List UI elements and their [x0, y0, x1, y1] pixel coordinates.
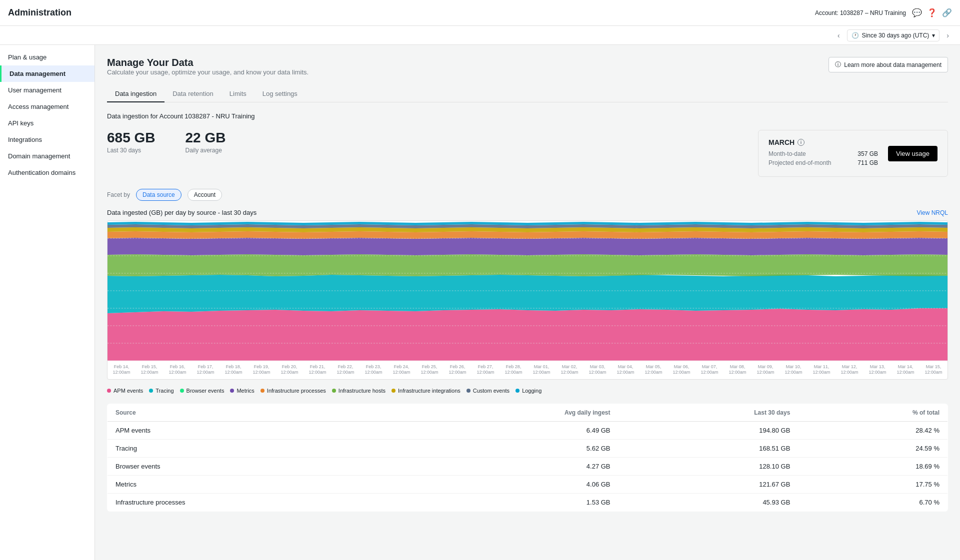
- legend-dot-metrics: [230, 389, 234, 393]
- sidebar-item-user-management[interactable]: User management: [0, 82, 94, 98]
- legend-label-logging: Logging: [522, 388, 542, 394]
- table-cell-pct: 17.75 %: [798, 475, 948, 493]
- x-axis-label: Feb 20, 12:00am: [276, 364, 304, 375]
- legend-item-infra-hosts: Infrastructure hosts: [332, 388, 386, 394]
- table-cell-last30: 168.51 GB: [618, 439, 798, 457]
- legend-item-metrics: Metrics: [230, 388, 254, 394]
- table-cell-avg_daily: 4.06 GB: [404, 475, 618, 493]
- top-bar: Administration Account: 1038287 – NRU Tr…: [0, 0, 960, 26]
- chevron-down-icon: ▾: [932, 32, 935, 39]
- svg-marker-0: [108, 308, 948, 361]
- x-axis-label: Mar 03, 12:00am: [584, 364, 612, 375]
- table-row: Infrastructure processes1.53 GB45.93 GB6…: [108, 493, 948, 511]
- stat-total-label: Last 30 days: [107, 147, 156, 154]
- time-selector[interactable]: 🕐 Since 30 days ago (UTC) ▾: [847, 29, 940, 41]
- tab-data-ingestion[interactable]: Data ingestion: [107, 86, 164, 102]
- table-row: Metrics4.06 GB121.67 GB17.75 %: [108, 475, 948, 493]
- sidebar-item-domain-management[interactable]: Domain management: [0, 148, 94, 164]
- legend-label-apm: APM events: [114, 388, 143, 394]
- stat-daily-label: Daily average: [186, 147, 226, 154]
- table-row: Tracing5.62 GB168.51 GB24.59 %: [108, 439, 948, 457]
- svg-marker-3: [108, 238, 948, 255]
- svg-marker-4: [108, 231, 948, 239]
- table-cell-last30: 194.80 GB: [618, 421, 798, 439]
- legend-label-infra-processes: Infrastructure processes: [267, 388, 326, 394]
- table-cell-source: Infrastructure processes: [108, 493, 405, 511]
- time-next[interactable]: ›: [944, 30, 952, 40]
- table-cell-pct: 18.69 %: [798, 457, 948, 475]
- x-axis-label: Mar 12, 12:00am: [836, 364, 864, 375]
- tab-limits[interactable]: Limits: [222, 86, 254, 102]
- x-axis-label: Mar 08, 12:00am: [724, 364, 752, 375]
- legend-label-browser: Browser events: [186, 388, 224, 394]
- time-prev[interactable]: ‹: [834, 30, 843, 40]
- legend-item-custom-events: Custom events: [466, 388, 510, 394]
- sidebar-item-api-keys[interactable]: API keys: [0, 115, 94, 131]
- march-info-icon[interactable]: i: [798, 139, 804, 146]
- facet-data-source[interactable]: Data source: [136, 189, 182, 201]
- stat-total-value: 685 GB: [107, 130, 156, 146]
- chart-legend: APM eventsTracingBrowser eventsMetricsIn…: [107, 386, 948, 396]
- legend-dot-infra-processes: [260, 389, 264, 393]
- x-axis-label: Feb 27, 12:00am: [472, 364, 500, 375]
- page-title: Manage Your Data: [107, 57, 308, 68]
- info-circle-icon: ⓘ: [835, 60, 841, 69]
- view-usage-button[interactable]: View usage: [888, 146, 938, 161]
- sidebar-item-plan-usage[interactable]: Plan & usage: [0, 49, 94, 65]
- facet-label: Facet by: [107, 191, 130, 198]
- x-axis-label: Feb 17, 12:00am: [192, 364, 220, 375]
- x-axis-label: Feb 24, 12:00am: [388, 364, 416, 375]
- help-icon[interactable]: ❓: [927, 8, 937, 17]
- x-axis-label: Mar 14, 12:00am: [892, 364, 920, 375]
- chart-container: Feb 14, 12:00amFeb 15, 12:00amFeb 16, 12…: [107, 220, 948, 380]
- chat-icon[interactable]: 💬: [912, 8, 922, 17]
- sidebar-item-auth-domains[interactable]: Authentication domains: [0, 164, 94, 181]
- tabs: Data ingestion Data retention Limits Log…: [107, 86, 948, 102]
- sidebar-item-access-management[interactable]: Access management: [0, 98, 94, 115]
- chart-title: Data ingested (GB) per day by source - l…: [107, 209, 256, 216]
- page-header: Manage Your Data Calculate your usage, o…: [107, 57, 948, 84]
- legend-label-metrics: Metrics: [236, 388, 254, 394]
- data-table: Source Avg daily ingest Last 30 days % o…: [107, 404, 948, 512]
- march-rows: MARCH i Month-to-date 357 GB Projected e…: [768, 138, 878, 168]
- col-last30: Last 30 days: [618, 404, 798, 421]
- facet-account[interactable]: Account: [188, 189, 222, 201]
- learn-more-button[interactable]: ⓘ Learn more about data management: [828, 57, 948, 72]
- col-pct-total: % of total: [798, 404, 948, 421]
- march-month-to-date: Month-to-date 357 GB: [768, 150, 878, 157]
- x-axis-label: Mar 02, 12:00am: [556, 364, 584, 375]
- sidebar: Plan & usage Data management User manage…: [0, 45, 95, 560]
- view-nrql-button[interactable]: View NRQL: [917, 209, 948, 216]
- link-icon[interactable]: 🔗: [942, 8, 952, 17]
- sidebar-item-data-management[interactable]: Data management: [0, 65, 94, 82]
- tab-log-settings[interactable]: Log settings: [254, 86, 306, 102]
- legend-item-infra-integrations: Infrastructure integrations: [392, 388, 460, 394]
- layout: Plan & usage Data management User manage…: [0, 45, 960, 560]
- table-cell-avg_daily: 5.62 GB: [404, 439, 618, 457]
- x-axis-label: Feb 16, 12:00am: [164, 364, 192, 375]
- x-axis-label: Mar 09, 12:00am: [752, 364, 780, 375]
- stats-row: 685 GB Last 30 days 22 GB Daily average …: [107, 130, 948, 177]
- section-header: Data ingestion for Account 1038287 - NRU…: [107, 112, 948, 120]
- account-selector[interactable]: Account: 1038287 – NRU Training: [815, 9, 906, 16]
- march-title: MARCH i: [768, 138, 878, 146]
- x-axis-label: Mar 15, 12:00am: [920, 364, 948, 375]
- sidebar-item-integrations[interactable]: Integrations: [0, 131, 94, 148]
- app-title: Administration: [8, 7, 72, 18]
- table-row: APM events6.49 GB194.80 GB28.42 %: [108, 421, 948, 439]
- x-axis-label: Feb 22, 12:00am: [332, 364, 360, 375]
- legend-dot-logging: [516, 389, 520, 393]
- time-bar: ‹ 🕐 Since 30 days ago (UTC) ▾ ›: [0, 26, 960, 45]
- x-axis-label: Feb 18, 12:00am: [220, 364, 248, 375]
- table-cell-source: Metrics: [108, 475, 405, 493]
- legend-dot-apm: [107, 389, 111, 393]
- x-axis-label: Feb 25, 12:00am: [416, 364, 444, 375]
- legend-item-logging: Logging: [516, 388, 542, 394]
- table-cell-last30: 121.67 GB: [618, 475, 798, 493]
- table-cell-avg_daily: 6.49 GB: [404, 421, 618, 439]
- clock-icon: 🕐: [852, 32, 859, 39]
- legend-item-tracing: Tracing: [149, 388, 174, 394]
- table-cell-pct: 28.42 %: [798, 421, 948, 439]
- march-card: MARCH i Month-to-date 357 GB Projected e…: [758, 130, 948, 177]
- tab-data-retention[interactable]: Data retention: [164, 86, 222, 102]
